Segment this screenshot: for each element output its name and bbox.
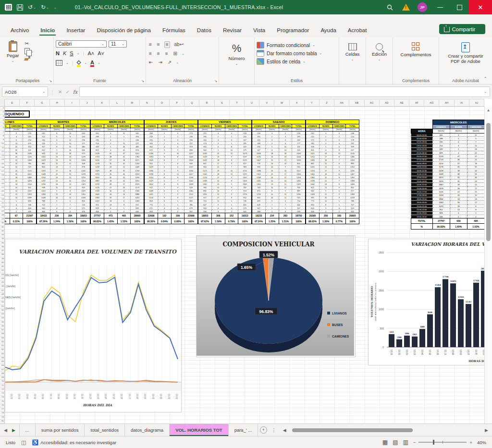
cell[interactable]: 18 (104, 193, 117, 196)
cell[interactable]: 829 (432, 151, 450, 154)
row-header[interactable]: 34 (0, 237, 4, 241)
cell[interactable]: 26 (5, 176, 10, 179)
cell[interactable]: 2 (211, 135, 225, 138)
cell[interactable]: 38 (450, 158, 467, 161)
cell[interactable]: 12 (5, 189, 10, 193)
cell[interactable]: 6 (158, 179, 171, 182)
cell[interactable]: 10 (63, 179, 77, 182)
cell[interactable]: 604 (306, 206, 320, 210)
cell[interactable]: 22 (117, 176, 131, 179)
cell[interactable]: 3 (158, 138, 171, 142)
cell[interactable]: 214 (346, 135, 359, 138)
cell[interactable]: 10 (279, 145, 292, 148)
cell[interactable]: 4 (10, 135, 23, 138)
total-cell[interactable]: 283 (279, 213, 292, 218)
cell[interactable]: 288 (91, 135, 104, 138)
cell[interactable]: 1037 (23, 189, 37, 193)
total-cell[interactable]: 19313 (238, 213, 252, 218)
percent-cell[interactable]: 1.51% (279, 218, 292, 224)
cell[interactable]: 778 (252, 162, 266, 165)
cell[interactable]: 882 (37, 162, 50, 165)
row-header[interactable]: 3 (0, 115, 4, 119)
ribbon-tab-datos[interactable]: Datos (191, 27, 217, 37)
cell[interactable]: 9 (279, 189, 292, 193)
cell[interactable]: 2 (265, 135, 279, 138)
vertical-scrollbar[interactable]: ▲ (484, 107, 492, 424)
sheet-tab-datos-diagrama[interactable]: datos_diagrama (125, 424, 170, 436)
cell[interactable]: 364 (145, 145, 158, 148)
hscroll-right-icon[interactable]: ▶ (485, 428, 488, 433)
cell[interactable]: 305 (198, 145, 212, 148)
hour-cell[interactable]: 13:00-14:00 (411, 180, 433, 183)
percent-cell[interactable]: 1.50% (63, 218, 77, 224)
total-cell[interactable]: 250 (319, 213, 332, 218)
cell[interactable]: 18 (279, 152, 292, 155)
cell[interactable]: 1887 (432, 183, 450, 186)
sheet-tab-overflow[interactable]: ... (19, 424, 36, 436)
cell[interactable]: 18 (450, 204, 467, 207)
row-header[interactable]: 67 (0, 368, 4, 372)
cell[interactable]: 242 (306, 132, 320, 135)
cell[interactable]: 17 (279, 172, 292, 176)
column-header[interactable]: G (35, 99, 49, 106)
cell[interactable]: 18 (117, 158, 131, 162)
cell[interactable]: 2 (104, 210, 117, 213)
cell[interactable]: 1209 (37, 169, 50, 172)
cell[interactable]: 1489 (23, 176, 37, 179)
hour-cell[interactable]: 04:00-05:00 (411, 147, 433, 151)
cell[interactable]: 1099 (198, 158, 212, 162)
cell[interactable]: 7 (158, 162, 171, 165)
row-header[interactable]: 43 (0, 273, 4, 277)
hour-cell[interactable]: 16:00-17:00 (411, 190, 433, 194)
cell[interactable]: 964 (198, 165, 212, 169)
cell[interactable]: 6 (171, 145, 184, 148)
cell[interactable]: 1145 (346, 152, 359, 155)
cell[interactable]: 12 (279, 186, 292, 189)
cell[interactable]: 376 (77, 210, 90, 213)
cell[interactable]: 3 (225, 138, 238, 142)
align-left-icon[interactable]: ≡ (148, 51, 153, 57)
column-header[interactable]: I (65, 99, 80, 106)
cell[interactable]: 10 (63, 142, 77, 145)
alignment-dialog-launcher[interactable]: ↘ (214, 79, 217, 83)
cell[interactable]: 1363 (91, 196, 104, 199)
cell[interactable]: 22 (211, 152, 225, 155)
cell[interactable]: 8 (171, 176, 184, 179)
cell[interactable]: 7 (332, 158, 346, 162)
ribbon-tab-acrobat[interactable]: Acrobat (342, 27, 373, 37)
row-header[interactable]: 53 (0, 313, 4, 316)
cell[interactable]: 16 (265, 155, 279, 158)
cell[interactable]: 1068 (145, 189, 158, 193)
percent-cell[interactable]: 0.84% (158, 218, 171, 224)
cell[interactable]: 12 (63, 138, 77, 142)
underline-button[interactable]: S (70, 50, 73, 56)
row-headers[interactable]: 1234567891011121314151617181920212223242… (0, 107, 5, 424)
row-header[interactable]: 46 (0, 285, 4, 289)
cell[interactable]: 1104 (145, 196, 158, 199)
cell[interactable]: 12 (117, 165, 131, 169)
merge-center-icon[interactable]: ⊞ (172, 51, 178, 57)
cell[interactable]: 35 (450, 165, 467, 169)
cell[interactable]: 241 (37, 132, 50, 135)
cells-button[interactable]: Celdas⌄ (341, 42, 364, 62)
cell[interactable]: 1018 (346, 196, 359, 199)
cell[interactable]: 1115 (306, 152, 320, 155)
cell[interactable]: 17 (211, 162, 225, 165)
cell[interactable]: 345 (131, 132, 144, 135)
sheet-tab-vol-horarios-tot[interactable]: VOL. HORARIOS TOT (170, 424, 228, 436)
cell[interactable]: 557 (292, 206, 306, 210)
cell[interactable]: 25 (117, 155, 131, 158)
cell[interactable]: 1973 (432, 176, 450, 179)
cell[interactable]: 47 (117, 152, 131, 155)
cell[interactable]: 301 (238, 210, 252, 213)
row-header[interactable]: 14 (0, 158, 4, 162)
cell[interactable]: 1336 (145, 169, 158, 172)
cell[interactable]: 11 (279, 182, 292, 186)
cell[interactable]: 702 (37, 203, 50, 206)
qat-customize-icon[interactable]: ⌄ (54, 6, 57, 9)
row-header[interactable]: 78 (0, 412, 4, 415)
cell[interactable]: 8 (225, 179, 238, 182)
row-header[interactable]: 63 (0, 352, 4, 356)
total-cell[interactable]: 199 (171, 213, 184, 218)
cell[interactable]: 13 (279, 155, 292, 158)
